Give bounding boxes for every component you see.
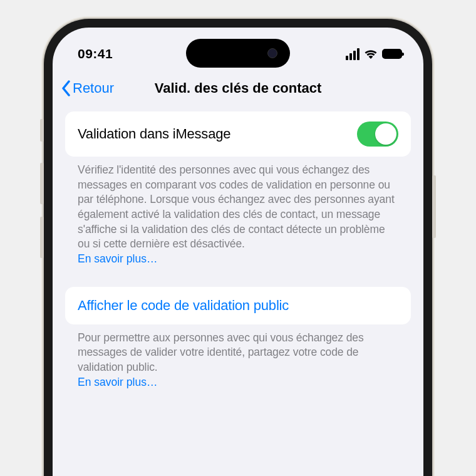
battery-icon [382, 49, 402, 59]
show-public-code-link[interactable]: Afficher le code de validation public [78, 298, 398, 314]
wifi-icon [364, 49, 378, 59]
volume-down-button [40, 217, 44, 258]
phone-frame: 09:41 Retour Valid. des clés de contact [44, 19, 432, 476]
cellular-signal-icon [346, 48, 360, 60]
validation-learn-more-link[interactable]: En savoir plus… [65, 252, 170, 266]
public-code-description: Pour permettre aux personnes avec qui vo… [65, 324, 411, 375]
navigation-bar: Retour Valid. des clés de contact [53, 74, 423, 105]
validation-toggle-label: Validation dans iMessage [78, 126, 230, 142]
public-code-learn-more-link[interactable]: En savoir plus… [65, 376, 170, 389]
power-button [432, 175, 436, 238]
back-button[interactable]: Retour [61, 80, 114, 96]
validation-description: Vérifiez l'identité des personnes avec q… [65, 157, 411, 252]
status-time: 09:41 [78, 46, 140, 61]
screen: 09:41 Retour Valid. des clés de contact [53, 28, 423, 476]
public-code-card[interactable]: Afficher le code de validation public [65, 287, 411, 324]
settings-content: Validation dans iMessage Vérifiez l'iden… [53, 105, 423, 389]
silent-switch [40, 119, 44, 142]
volume-up-button [40, 163, 44, 204]
validation-toggle-card: Validation dans iMessage [65, 111, 411, 157]
validation-toggle-switch[interactable] [357, 122, 398, 147]
dynamic-island [186, 39, 290, 68]
back-label: Retour [73, 80, 114, 96]
front-camera [267, 48, 277, 58]
chevron-left-icon [61, 80, 71, 96]
validation-toggle-row[interactable]: Validation dans iMessage [78, 122, 398, 147]
